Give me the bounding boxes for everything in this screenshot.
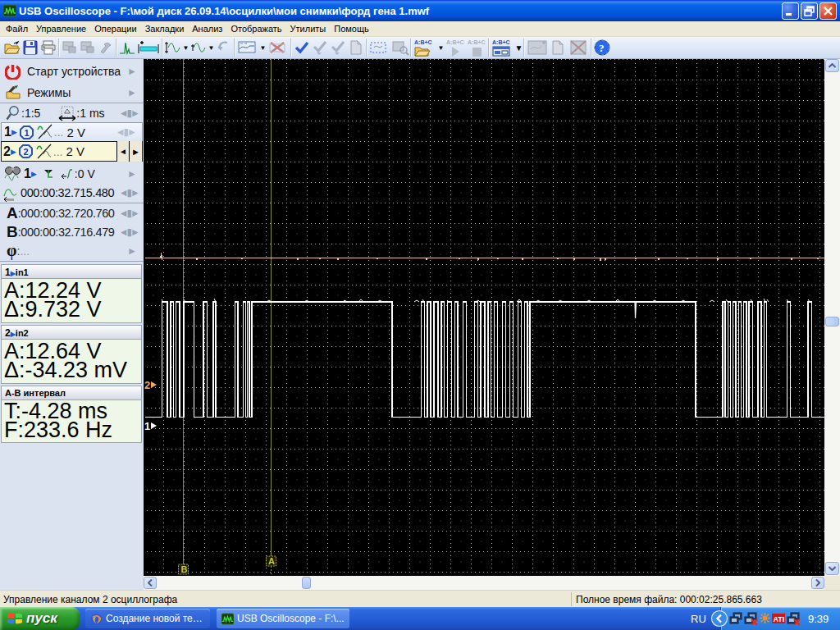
svg-text:A:B+C: A:B+C (446, 39, 464, 45)
svg-text:2: 2 (144, 379, 150, 391)
svg-text:1: 1 (144, 420, 150, 432)
svg-text:B: B (181, 564, 188, 574)
svg-text:1: 1 (24, 127, 29, 137)
svg-text:A:B+C: A:B+C (492, 39, 510, 45)
svg-text:A: A (268, 556, 275, 566)
svg-text:?: ? (599, 42, 605, 54)
svg-text:2: 2 (23, 147, 28, 157)
svg-text:A:B+C: A:B+C (414, 39, 432, 45)
svg-text:ATI: ATI (774, 615, 785, 623)
svg-text:A:B+C: A:B+C (468, 39, 486, 45)
